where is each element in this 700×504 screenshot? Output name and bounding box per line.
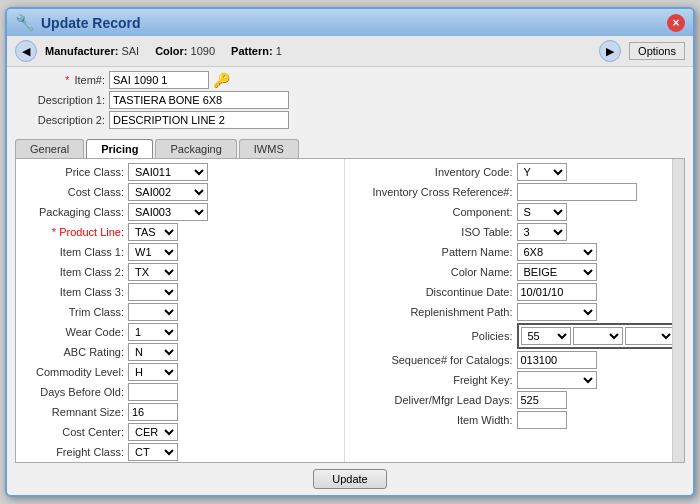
desc2-row: Description 2: — [15, 111, 685, 129]
inventory-code-row: Inventory Code: Y — [353, 163, 665, 181]
product-line-select[interactable]: TAS — [128, 223, 178, 241]
cost-center-label: Cost Center: — [24, 426, 124, 438]
tab-content: Price Class: SAI011 Cost Class: SAI002 P… — [15, 158, 685, 463]
tab-pricing[interactable]: Pricing — [86, 139, 153, 158]
sequence-catalogs-input[interactable] — [517, 351, 597, 369]
packaging-class-label: Packaging Class: — [24, 206, 124, 218]
wear-code-select[interactable]: 1 — [128, 323, 178, 341]
pattern-label: Pattern: 1 — [231, 45, 282, 57]
replenishment-path-label: Replenishment Path: — [353, 306, 513, 318]
next-button[interactable]: ▶ — [599, 40, 621, 62]
pattern-name-select[interactable]: 6X8 — [517, 243, 597, 261]
item-class1-row: Item Class 1: W1 — [24, 243, 336, 261]
policies-box: 55 — [517, 323, 673, 349]
trim-class-label: Trim Class: — [24, 306, 124, 318]
cost-center-row: Cost Center: CER — [24, 423, 336, 441]
right-panel: Inventory Code: Y Inventory Cross Refere… — [345, 159, 673, 462]
component-select[interactable]: S — [517, 203, 567, 221]
freight-key-row: Freight Key: — [353, 371, 665, 389]
item-class2-select[interactable]: TX — [128, 263, 178, 281]
policies-row: Policies: 55 — [353, 323, 665, 349]
abc-rating-row: ABC Rating: N — [24, 343, 336, 361]
item-input[interactable] — [109, 71, 209, 89]
item-row: * Item#: 🔑 — [15, 71, 685, 89]
nav-info: Manufacturer: SAI Color: 1090 Pattern: 1 — [45, 45, 599, 57]
lead-days-label: Deliver/Mfgr Lead Days: — [353, 394, 513, 406]
tab-packaging[interactable]: Packaging — [155, 139, 236, 158]
packaging-class-row: Packaging Class: SAI003 — [24, 203, 336, 221]
prev-button[interactable]: ◀ — [15, 40, 37, 62]
inventory-code-select[interactable]: Y — [517, 163, 567, 181]
item-class1-select[interactable]: W1 — [128, 243, 178, 261]
policies-select-3[interactable] — [625, 327, 673, 345]
update-button[interactable]: Update — [313, 469, 386, 489]
replenishment-path-row: Replenishment Path: — [353, 303, 665, 321]
remnant-size-input[interactable] — [128, 403, 178, 421]
remnant-size-row: Remnant Size: — [24, 403, 336, 421]
item-class3-label: Item Class 3: — [24, 286, 124, 298]
price-class-row: Price Class: SAI011 — [24, 163, 336, 181]
discontinue-date-input[interactable] — [517, 283, 597, 301]
dialog-title: Update Record — [41, 15, 667, 31]
color-name-select[interactable]: BEIGE — [517, 263, 597, 281]
item-width-input[interactable] — [517, 411, 567, 429]
close-button[interactable]: × — [667, 14, 685, 32]
freight-class-label: Freight Class: — [24, 446, 124, 458]
iso-table-row: ISO Table: 3 — [353, 223, 665, 241]
update-record-dialog: 🔧 Update Record × ◀ Manufacturer: SAI Co… — [5, 7, 695, 497]
item-form: * Item#: 🔑 Description 1: Description 2: — [7, 67, 693, 135]
desc2-input[interactable] — [109, 111, 289, 129]
sequence-catalogs-row: Sequence# for Catalogs: — [353, 351, 665, 369]
discontinue-date-label: Discontinue Date: — [353, 286, 513, 298]
color-label: Color: 1090 — [155, 45, 215, 57]
pattern-name-row: Pattern Name: 6X8 — [353, 243, 665, 261]
freight-key-select[interactable] — [517, 371, 597, 389]
item-class3-select[interactable] — [128, 283, 178, 301]
sequence-catalogs-label: Sequence# for Catalogs: — [353, 354, 513, 366]
nav-bar: ◀ Manufacturer: SAI Color: 1090 Pattern:… — [7, 36, 693, 67]
title-bar: 🔧 Update Record × — [7, 9, 693, 36]
lead-days-input[interactable] — [517, 391, 567, 409]
inv-cross-ref-input[interactable] — [517, 183, 637, 201]
policies-select-2[interactable] — [573, 327, 623, 345]
manufacturer-label: Manufacturer: SAI — [45, 45, 139, 57]
abc-rating-label: ABC Rating: — [24, 346, 124, 358]
cost-class-row: Cost Class: SAI002 — [24, 183, 336, 201]
cost-class-select[interactable]: SAI002 — [128, 183, 208, 201]
commodity-level-label: Commodity Level: — [24, 366, 124, 378]
pattern-name-label: Pattern Name: — [353, 246, 513, 258]
item-width-row: Item Width: — [353, 411, 665, 429]
wear-code-label: Wear Code: — [24, 326, 124, 338]
scrollbar[interactable] — [672, 159, 684, 462]
policies-select-1[interactable]: 55 — [521, 327, 571, 345]
dialog-icon: 🔧 — [15, 13, 35, 32]
commodity-level-select[interactable]: H — [128, 363, 178, 381]
color-name-label: Color Name: — [353, 266, 513, 278]
component-label: Component: — [353, 206, 513, 218]
policies-label: Policies: — [353, 330, 513, 342]
packaging-class-select[interactable]: SAI003 — [128, 203, 208, 221]
desc1-input[interactable] — [109, 91, 289, 109]
freight-class-select[interactable]: CT — [128, 443, 178, 461]
remnant-size-label: Remnant Size: — [24, 406, 124, 418]
item-class2-label: Item Class 2: — [24, 266, 124, 278]
desc2-label: Description 2: — [15, 114, 105, 126]
item-label: * Item#: — [15, 74, 105, 86]
options-button[interactable]: Options — [629, 42, 685, 60]
key-icon: 🔑 — [213, 72, 230, 88]
price-class-select[interactable]: SAI011 — [128, 163, 208, 181]
tab-general[interactable]: General — [15, 139, 84, 158]
color-name-row: Color Name: BEIGE — [353, 263, 665, 281]
inv-cross-ref-row: Inventory Cross Reference#: — [353, 183, 665, 201]
price-class-label: Price Class: — [24, 166, 124, 178]
inv-cross-ref-label: Inventory Cross Reference#: — [353, 186, 513, 198]
days-before-old-input[interactable] — [128, 383, 178, 401]
replenishment-path-select[interactable] — [517, 303, 597, 321]
wear-code-row: Wear Code: 1 — [24, 323, 336, 341]
tab-iwms[interactable]: IWMS — [239, 139, 299, 158]
trim-class-select[interactable] — [128, 303, 178, 321]
cost-center-select[interactable]: CER — [128, 423, 178, 441]
iso-table-select[interactable]: 3 — [517, 223, 567, 241]
abc-rating-select[interactable]: N — [128, 343, 178, 361]
inventory-code-label: Inventory Code: — [353, 166, 513, 178]
